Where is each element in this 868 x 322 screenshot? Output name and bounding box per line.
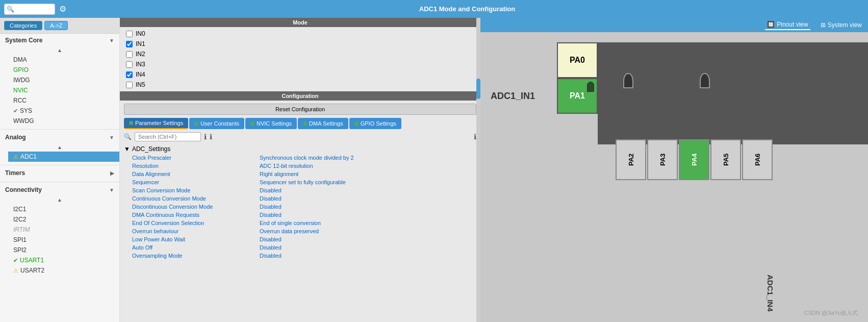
analog-label: Analog (5, 134, 26, 141)
setting-name-0[interactable]: Clock Prescaler (132, 155, 260, 161)
sidebar-item-rcc[interactable]: RCC (8, 95, 119, 106)
parameter-label: Parameter Settings (135, 120, 183, 126)
pushpin-2 (700, 73, 710, 88)
in3-checkbox[interactable] (126, 61, 133, 68)
tab-parameter-settings[interactable]: Parameter Settings (124, 118, 188, 129)
section-connectivity: Connectivity ▼ ▲ I2C1 I2C2 IRTIM SPI1 SP… (0, 183, 119, 277)
scroll-up-analog[interactable]: ▲ (0, 144, 119, 151)
sidebar-item-spi1[interactable]: SPI1 (8, 235, 119, 245)
mode-item-in4: IN4 (126, 70, 474, 79)
usart1-check-icon: ✔ (13, 257, 18, 264)
setting-value-9: Overrun data preserved (260, 228, 319, 234)
setting-name-12[interactable]: Oversampling Mode (132, 253, 260, 259)
pa5-pin[interactable]: PA5 (710, 139, 741, 180)
pa0-pin-box[interactable]: PA0 (557, 42, 598, 78)
spi1-label: SPI1 (13, 236, 27, 243)
parameter-dot (129, 121, 133, 125)
connectivity-header[interactable]: Connectivity ▼ (0, 183, 119, 196)
setting-name-6[interactable]: Discontinuous Conversion Mode (132, 204, 260, 210)
in2-checkbox[interactable] (126, 51, 133, 58)
sys-check-icon: ✔ (13, 108, 18, 114)
sidebar-item-i2c2[interactable]: I2C2 (8, 214, 119, 225)
pa4-pin[interactable]: PA4 (679, 139, 709, 180)
tab-gpio-settings[interactable]: GPIO Settings (349, 118, 401, 129)
sidebar-item-adc1[interactable]: ⚠ ADC1 (8, 152, 119, 162)
search-box[interactable]: 🔍 (4, 4, 55, 15)
tab-nvic-settings[interactable]: NVIC Settings (245, 118, 297, 129)
tab-atoz[interactable]: A->Z (44, 21, 68, 30)
pinout-icon: 🔲 (767, 21, 775, 28)
config-title: Configuration (120, 91, 480, 101)
table-row: Sequencer Sequencer set to fully configu… (120, 178, 480, 186)
gear-button[interactable]: ⚙ (59, 4, 66, 14)
system-icon: ⊞ (821, 21, 826, 29)
setting-name-1[interactable]: Resolution (132, 163, 260, 169)
tab-system-view[interactable]: ⊞ System view (819, 20, 864, 30)
dma-dot (303, 121, 307, 126)
pa2-pin[interactable]: PA2 (616, 139, 646, 180)
setting-value-5: Disabled (260, 195, 282, 202)
in1-checkbox[interactable] (126, 41, 133, 47)
setting-name-3[interactable]: Sequencer (132, 179, 260, 185)
sidebar-item-usart2[interactable]: ⚠ USART2 (8, 265, 119, 276)
tab-dma-settings[interactable]: DMA Settings (298, 118, 348, 129)
setting-value-11: Disabled (260, 244, 282, 251)
system-view-label: System view (828, 21, 862, 29)
search-small-icon: 🔍 (124, 133, 132, 140)
config-search-input[interactable] (135, 132, 201, 141)
pa3-pin[interactable]: PA3 (647, 139, 678, 180)
search-input[interactable] (14, 6, 50, 12)
setting-name-11[interactable]: Auto Off (132, 244, 260, 251)
setting-name-5[interactable]: Continuous Conversion Mode (132, 195, 260, 202)
setting-name-10[interactable]: Low Power Auto Wait (132, 236, 260, 242)
in5-checkbox[interactable] (126, 82, 133, 88)
main-layout: Categories A->Z System Core ▼ ▲ DMA GPIO… (0, 18, 868, 322)
section-timers: Timers ▶ (0, 166, 119, 180)
sidebar-item-wwdg[interactable]: WWDG (8, 116, 119, 126)
analog-header[interactable]: Analog ▼ (0, 131, 119, 144)
system-core-label: System Core (5, 37, 42, 44)
tab-categories[interactable]: Categories (4, 21, 42, 30)
usart1-label: USART1 (20, 257, 44, 264)
setting-name-2[interactable]: Data Alignment (132, 171, 260, 177)
usart2-label: USART2 (20, 267, 44, 274)
in4-label: IN4 (136, 71, 145, 78)
in3-label: IN3 (136, 61, 145, 68)
pa6-pin[interactable]: PA6 (742, 139, 773, 180)
connectivity-items: I2C1 I2C2 IRTIM SPI1 SPI2 ✔ USART1 (0, 203, 119, 277)
nvic-settings-label: NVIC Settings (257, 120, 292, 127)
reset-config-button[interactable]: Reset Configuration (124, 104, 476, 115)
pa1-pin-box[interactable]: PA1 (557, 78, 598, 114)
in4-checkbox[interactable] (126, 71, 133, 78)
sidebar-item-spi2[interactable]: SPI2 (8, 245, 119, 255)
setting-name-4[interactable]: Scan Conversion Mode (132, 187, 260, 193)
sidebar-item-iwdg[interactable]: IWDG (8, 75, 119, 85)
tab-user-constants[interactable]: User Constants (189, 118, 244, 129)
scroll-up-system[interactable]: ▲ (0, 47, 119, 54)
sidebar-item-sys[interactable]: ✔ SYS (8, 106, 119, 116)
system-core-header[interactable]: System Core ▼ (0, 34, 119, 47)
user-constants-label: User Constants (200, 120, 239, 127)
sidebar-item-usart1[interactable]: ✔ USART1 (8, 255, 119, 265)
setting-value-1: ADC 12-bit resolution (260, 163, 313, 169)
right-panel: 🔲 Pinout view ⊞ System view ADC1_IN1 PA0 (480, 18, 868, 322)
timers-header[interactable]: Timers ▶ (0, 166, 119, 180)
center-scrollbar[interactable] (476, 18, 480, 322)
adc-settings-group[interactable]: ▼ ADC_Settings (120, 144, 480, 154)
sidebar-item-dma[interactable]: DMA (8, 55, 119, 65)
in0-checkbox[interactable] (126, 31, 133, 37)
sidebar-item-nvic[interactable]: NVIC (8, 85, 119, 95)
info-icon-1[interactable]: ℹ (204, 133, 207, 141)
tab-pinout-view[interactable]: 🔲 Pinout view (765, 20, 810, 30)
scroll-up-connectivity[interactable]: ▲ (0, 196, 119, 203)
setting-name-8[interactable]: End Of Conversion Selection (132, 220, 260, 226)
sidebar-item-i2c1[interactable]: I2C1 (8, 204, 119, 214)
setting-name-9[interactable]: Overrun behaviour (132, 228, 260, 234)
wwdg-label: WWDG (13, 117, 34, 125)
config-search-bar: 🔍 ℹ ℹ ℹ (120, 131, 480, 142)
sidebar-item-gpio[interactable]: GPIO (8, 65, 119, 75)
info-icon-2[interactable]: ℹ (210, 133, 212, 141)
timers-arrow: ▶ (110, 170, 114, 176)
setting-name-7[interactable]: DMA Continuous Requests (132, 212, 260, 218)
sidebar-item-irtim[interactable]: IRTIM (8, 225, 119, 235)
